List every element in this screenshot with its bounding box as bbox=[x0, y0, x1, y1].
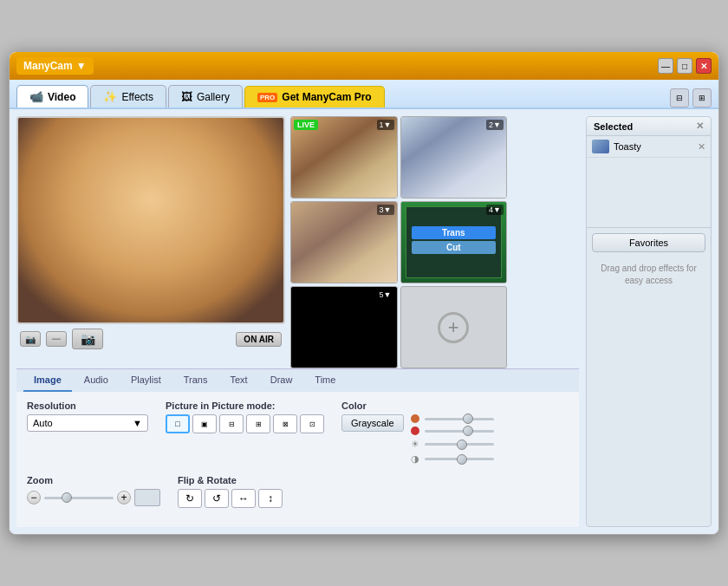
snapshot-button[interactable]: 📷 bbox=[72, 329, 103, 349]
content-area: 📷 ━━ 📷 ON AIR LI bbox=[10, 109, 718, 534]
btab-audio[interactable]: Audio bbox=[74, 369, 119, 392]
resolution-label: Resolution bbox=[27, 400, 148, 411]
panel-icon-1: ⊟ bbox=[676, 94, 683, 102]
record-button[interactable]: ━━ bbox=[46, 331, 67, 347]
pip-icon-5: ⊠ bbox=[283, 420, 289, 428]
minimize-button[interactable]: — bbox=[658, 58, 673, 74]
selected-item-toasty: Toasty ✕ bbox=[587, 136, 711, 158]
grayscale-button[interactable]: Grayscale bbox=[341, 414, 404, 432]
favorites-button[interactable]: Favorites bbox=[592, 233, 705, 252]
settings-row-2: Zoom − + Flip & Rotate ↻ ↺ bbox=[27, 475, 569, 508]
grid-cell-2[interactable]: 2▼ bbox=[400, 116, 508, 199]
btab-draw[interactable]: Draw bbox=[260, 369, 303, 392]
btab-image[interactable]: Image bbox=[23, 369, 72, 392]
resolution-select[interactable]: Auto ▼ bbox=[27, 414, 148, 432]
trans-label: Trans bbox=[412, 226, 496, 239]
zoom-plus-button[interactable]: + bbox=[117, 491, 131, 505]
cell-5-num: 5▼ bbox=[377, 290, 394, 300]
pro-badge-icon: PRO bbox=[257, 93, 277, 102]
add-source-button[interactable]: + bbox=[438, 312, 469, 343]
video-grid: LIVE 1▼ 2▼ 3▼ bbox=[290, 116, 507, 368]
zoom-minus-button[interactable]: − bbox=[27, 491, 41, 505]
color-slider-2[interactable] bbox=[425, 430, 494, 433]
cell-2-num: 2▼ bbox=[486, 120, 504, 130]
zoom-display bbox=[134, 489, 160, 506]
btab-time[interactable]: Time bbox=[304, 369, 346, 392]
pip-btn-6[interactable]: ⊡ bbox=[300, 414, 324, 433]
zoom-slider[interactable] bbox=[44, 497, 114, 499]
tab-get-pro[interactable]: PRO Get ManyCam Pro bbox=[244, 86, 385, 107]
color-slider-1[interactable] bbox=[425, 418, 494, 420]
pip-btn-2[interactable]: ▣ bbox=[192, 414, 217, 433]
video-tab-icon: 📹 bbox=[29, 90, 43, 103]
rotate-cw-icon: ↻ bbox=[185, 492, 194, 505]
rotate-ccw-button[interactable]: ↺ bbox=[205, 489, 229, 508]
cell-4-num: 4▼ bbox=[486, 205, 504, 215]
zoom-label: Zoom bbox=[27, 475, 160, 485]
color-dot-2 bbox=[411, 426, 419, 435]
close-button[interactable]: ✕ bbox=[696, 58, 712, 74]
panel-btn-2[interactable]: ⊞ bbox=[692, 88, 712, 107]
grid-cell-1[interactable]: LIVE 1▼ bbox=[290, 116, 398, 199]
main-preview bbox=[16, 116, 285, 324]
contrast-icon: ◑ bbox=[411, 453, 419, 465]
flip-h-button[interactable]: ↔ bbox=[231, 489, 256, 508]
webcam-button[interactable]: 📷 bbox=[20, 331, 41, 347]
grid-cell-6[interactable]: + bbox=[400, 286, 508, 368]
btab-text[interactable]: Text bbox=[220, 369, 258, 392]
btab-trans[interactable]: Trans bbox=[173, 369, 218, 392]
camera-icon: 📷 bbox=[81, 332, 95, 346]
color-slider-row-3: ☀ bbox=[411, 439, 494, 450]
pip-btn-3[interactable]: ⊟ bbox=[219, 414, 244, 433]
panel-btn-1[interactable]: ⊟ bbox=[670, 88, 689, 107]
cut-label: Cut bbox=[412, 241, 496, 254]
color-sliders: ☀ ◑ bbox=[411, 414, 494, 465]
selected-label: Selected bbox=[594, 121, 633, 132]
selected-header: Selected ✕ bbox=[587, 117, 711, 136]
color-slider-4[interactable] bbox=[425, 458, 494, 460]
selected-close-icon[interactable]: ✕ bbox=[696, 120, 704, 132]
record-icon: ━━ bbox=[52, 335, 61, 343]
pip-icon-6: ⊡ bbox=[309, 420, 315, 428]
brightness-icon: ☀ bbox=[411, 439, 419, 450]
grid-cell-4[interactable]: 4▼ Trans Cut bbox=[400, 201, 508, 283]
drag-drop-hint: Drag and drop effects for easy access bbox=[592, 259, 705, 290]
resolution-arrow: ▼ bbox=[133, 418, 142, 428]
app-window: ManyCam ▼ — □ ✕ 📹 Video ✨ Effects 🖼 Gall… bbox=[9, 51, 719, 535]
color-slider-row-2 bbox=[411, 426, 494, 435]
settings-row-1: Resolution Auto ▼ Picture in Picture mod… bbox=[27, 400, 569, 465]
app-title[interactable]: ManyCam ▼ bbox=[16, 57, 94, 75]
pip-btn-1[interactable]: □ bbox=[166, 414, 190, 433]
tab-gallery[interactable]: 🖼 Gallery bbox=[168, 85, 243, 107]
preview-video bbox=[18, 118, 283, 322]
pip-icon-1: □ bbox=[175, 420, 179, 428]
flip-v-icon: ↕ bbox=[268, 492, 273, 505]
effect-remove-icon[interactable]: ✕ bbox=[698, 141, 705, 153]
tab-gallery-label: Gallery bbox=[197, 91, 230, 103]
on-air-button[interactable]: ON AIR bbox=[236, 332, 282, 347]
flip-h-icon: ↔ bbox=[238, 492, 249, 505]
pip-buttons: □ ▣ ⊟ ⊞ ⊠ ⊡ bbox=[166, 414, 324, 433]
on-air-label: ON AIR bbox=[244, 335, 274, 344]
pip-btn-5[interactable]: ⊠ bbox=[273, 414, 297, 433]
grid-cell-5[interactable]: 5▼ bbox=[290, 286, 398, 368]
right-panel: Selected ✕ Toasty ✕ Favorites Drag and d… bbox=[586, 116, 712, 527]
zoom-group: Zoom − + bbox=[27, 475, 160, 506]
pip-btn-4[interactable]: ⊞ bbox=[246, 414, 270, 433]
cell-3-num: 3▼ bbox=[377, 205, 394, 215]
tab-effects[interactable]: ✨ Effects bbox=[90, 85, 166, 107]
bottom-tab-bar: Image Audio Playlist Trans Text Draw Tim… bbox=[16, 368, 579, 392]
pip-group: Picture in Picture mode: □ ▣ ⊟ ⊞ ⊠ ⊡ bbox=[166, 400, 324, 433]
rotate-cw-button[interactable]: ↻ bbox=[178, 489, 202, 508]
gallery-tab-icon: 🖼 bbox=[181, 90, 192, 103]
grid-cell-3[interactable]: 3▼ bbox=[290, 201, 398, 283]
maximize-button[interactable]: □ bbox=[677, 58, 692, 74]
flip-label: Flip & Rotate bbox=[178, 475, 283, 485]
btab-playlist[interactable]: Playlist bbox=[120, 369, 172, 392]
pip-label: Picture in Picture mode: bbox=[166, 400, 324, 411]
color-dot-1 bbox=[411, 414, 419, 423]
flip-buttons: ↻ ↺ ↔ ↕ bbox=[178, 489, 283, 508]
color-slider-3[interactable] bbox=[425, 443, 494, 446]
tab-video[interactable]: 📹 Video bbox=[16, 85, 88, 107]
flip-v-button[interactable]: ↕ bbox=[258, 489, 283, 508]
